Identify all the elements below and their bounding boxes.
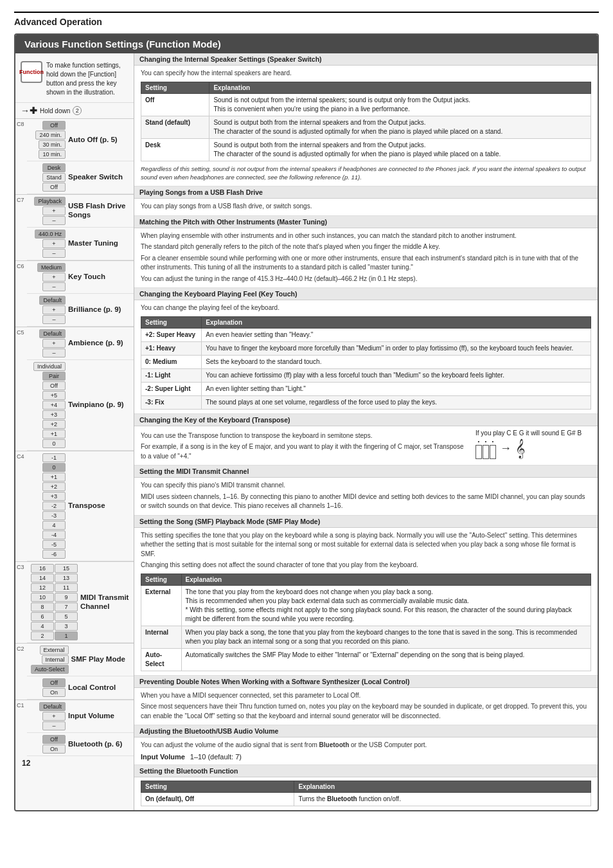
key-5[interactable]: 5 <box>55 612 78 621</box>
key-default-iv[interactable]: Default <box>39 702 66 711</box>
key-15[interactable]: 15 <box>55 564 78 573</box>
key-30min[interactable]: 30 min. <box>39 140 66 149</box>
key-16[interactable]: 16 <box>31 564 54 573</box>
key-plus2[interactable]: + <box>42 239 66 248</box>
key-10[interactable]: 10 <box>31 593 54 602</box>
key-1[interactable]: 1 <box>55 631 78 640</box>
key-12[interactable]: 12 <box>31 583 54 592</box>
function-intro: Function To make function settings, hold… <box>15 57 134 103</box>
local-control-block: Preventing Double Notes When Working wit… <box>134 676 598 726</box>
key-0t[interactable]: 0 <box>42 463 66 472</box>
key-plus3t[interactable]: +3 <box>42 492 66 501</box>
key-plus2t[interactable]: +2 <box>42 482 66 491</box>
key-9[interactable]: 9 <box>55 593 78 602</box>
key-plus5b[interactable]: +5 <box>42 391 66 400</box>
auto-off-label-area: Auto Off (p. 5) <box>68 136 131 145</box>
auto-off-section: C8 Off 240 min. 30 min. 10 min. Auto Off… <box>15 118 134 194</box>
key-off-lc[interactable]: Off <box>42 678 66 687</box>
smf-section: C2 External Internal Auto-Select SMF Pla… <box>15 643 134 700</box>
key-touch-block: Changing the Keyboard Playing Feel (Key … <box>134 288 598 414</box>
key-3[interactable]: 3 <box>55 622 78 631</box>
key-minus2t[interactable]: -2 <box>42 502 66 511</box>
explanation-heavy: You have to finger the keyboard more for… <box>202 341 591 355</box>
key-plus2b[interactable]: +2 <box>42 420 66 429</box>
key-14[interactable]: 14 <box>31 574 54 583</box>
key-on-bt[interactable]: On <box>42 745 66 754</box>
key-8[interactable]: 8 <box>31 602 54 611</box>
speaker-switch-label: Speaker Switch <box>68 173 131 182</box>
key-default2[interactable]: Default <box>39 329 66 338</box>
setting-medium: 0: Medium <box>141 355 202 368</box>
key-off[interactable]: Off <box>42 121 66 130</box>
key-pair[interactable]: Pair <box>42 372 66 381</box>
key-0b[interactable]: 0 <box>42 439 66 448</box>
key-minus[interactable]: – <box>42 216 66 225</box>
transpose-section: C4 -1 0 +1 +2 +3 -2 -3 4 -4 -5 <box>15 451 134 561</box>
arrow-right: → <box>500 442 511 455</box>
key-minus4[interactable]: – <box>42 315 66 324</box>
key-desk[interactable]: Desk <box>42 163 66 172</box>
key-minus3t[interactable]: -3 <box>42 511 66 520</box>
key-4t[interactable]: 4 <box>42 521 66 530</box>
setting-off: Off <box>141 93 209 116</box>
c4-marker: C4 <box>17 453 24 460</box>
piano-mini-1: • • • <box>475 439 496 459</box>
key-6[interactable]: 6 <box>31 612 54 621</box>
key-minus4t[interactable]: -4 <box>42 530 66 539</box>
key-medium[interactable]: Medium <box>37 263 66 272</box>
key-external[interactable]: External <box>40 646 69 655</box>
key-240min[interactable]: 240 min. <box>35 131 66 140</box>
key-plus4[interactable]: + <box>42 305 66 314</box>
smf-col-explanation: Explanation <box>181 574 591 585</box>
setting-stand: Stand (default) <box>141 116 209 138</box>
key-plus1t[interactable]: +1 <box>42 473 66 482</box>
key-13[interactable]: 13 <box>55 574 78 583</box>
key-minus1t[interactable]: -1 <box>42 453 66 462</box>
key-plus5[interactable]: + <box>42 339 66 348</box>
key-off-bt[interactable]: Off <box>42 735 66 744</box>
transpose-intro: You can use the Transpose function to tr… <box>141 431 468 441</box>
key-plus[interactable]: + <box>42 206 66 215</box>
speaker-switch-block: Changing the Internal Speaker Settings (… <box>134 53 598 186</box>
key-plus1b[interactable]: +1 <box>42 429 66 439</box>
key-minus2[interactable]: – <box>42 249 66 258</box>
ambience-label: Ambience (p. 9) <box>68 339 131 348</box>
usb-flash-item: Playback + – USB Flash Drive Songs <box>27 195 134 228</box>
key-plus3b[interactable]: +3 <box>42 410 66 419</box>
key-4m[interactable]: 4 <box>31 622 54 631</box>
key-playback[interactable]: Playback <box>34 197 66 206</box>
key-individual[interactable]: Individual <box>33 362 66 371</box>
key-2m[interactable]: 2 <box>31 631 54 640</box>
c5-marker: C5 <box>17 329 24 336</box>
key-on-lc[interactable]: On <box>42 688 66 697</box>
bluetooth-keys: Off On <box>31 735 66 754</box>
key-minus5[interactable]: – <box>42 348 66 357</box>
key-auto-select[interactable]: Auto-Select <box>31 665 69 674</box>
key-440hz[interactable]: 440.0 Hz <box>35 230 66 239</box>
key-stand[interactable]: Stand <box>42 173 66 182</box>
function-intro-text: To make function settings, hold down the… <box>46 61 129 97</box>
explanation-fix: The sound plays at one set volume, regar… <box>202 395 591 409</box>
key-default[interactable]: Default <box>39 296 66 305</box>
key-plus4b[interactable]: +4 <box>42 401 66 410</box>
key-internal[interactable]: Internal <box>42 655 69 664</box>
white-key-e <box>483 445 489 459</box>
key-minus-iv[interactable]: – <box>42 721 66 730</box>
note-g: • <box>490 439 496 459</box>
key-minus6t[interactable]: -6 <box>42 550 66 559</box>
brilliance-label: Brilliance (p. 9) <box>68 305 131 314</box>
key-off2[interactable]: Off <box>42 183 66 192</box>
key-minus3[interactable]: – <box>42 282 66 291</box>
key-11[interactable]: 11 <box>55 583 78 592</box>
key-7[interactable]: 7 <box>55 602 78 611</box>
col-explanation: Explanation <box>209 82 591 93</box>
explanation-super-light: An even lighter setting than "Light." <box>202 382 591 395</box>
key-minus5t[interactable]: -5 <box>42 540 66 549</box>
key-plus-iv[interactable]: + <box>42 712 66 721</box>
explanation-auto-select: Automatically switches the SMF Play Mode… <box>181 648 591 671</box>
speaker-switch-label-area: Speaker Switch <box>68 173 131 182</box>
key-10min[interactable]: 10 min. <box>39 150 66 159</box>
bt-explanation: Turns the Bluetooth function on/off. <box>294 792 591 806</box>
key-off3[interactable]: Off <box>42 381 66 390</box>
key-plus3[interactable]: + <box>42 273 66 282</box>
